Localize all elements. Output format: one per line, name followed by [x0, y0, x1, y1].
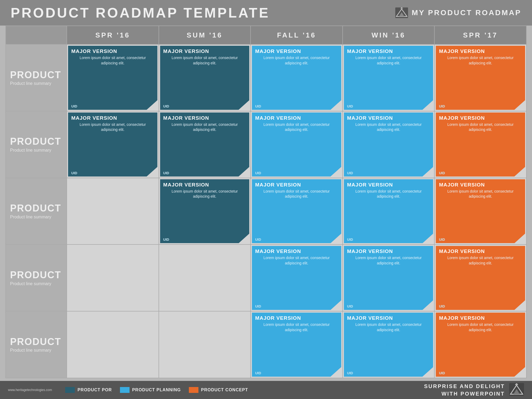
- cell-2-0: [67, 178, 159, 245]
- cell-0-3: MAJOR VERSIONLorem ipsum dolor sit amet,…: [343, 44, 435, 111]
- cell-1-4: MAJOR VERSIONLorem ipsum dolor sit amet,…: [434, 111, 526, 178]
- card-uid-0-2: UID: [255, 104, 261, 108]
- card-uid-4-4: UID: [439, 371, 445, 375]
- row-sublabel-3: Product line summary: [10, 281, 62, 286]
- version-card-1-3: MAJOR VERSIONLorem ipsum dolor sit amet,…: [344, 113, 433, 177]
- brand-icon: [395, 7, 408, 18]
- version-card-2-3: MAJOR VERSIONLorem ipsum dolor sit amet,…: [344, 179, 433, 243]
- col-header-4: SPR '17: [434, 26, 526, 44]
- card-title-1-2: MAJOR VERSION: [255, 115, 338, 121]
- row-label-2: PRODUCTProduct line summary: [6, 178, 67, 245]
- version-card-0-3: MAJOR VERSIONLorem ipsum dolor sit amet,…: [344, 46, 433, 110]
- row-title-0: PRODUCT: [10, 70, 62, 80]
- col-header-1: SUM '16: [159, 26, 251, 44]
- cell-4-0: [67, 311, 159, 378]
- footer-website: www.heritagetechnologies.com: [8, 388, 52, 392]
- version-card-1-4: MAJOR VERSIONLorem ipsum dolor sit amet,…: [436, 113, 525, 177]
- card-title-4-2: MAJOR VERSION: [255, 315, 338, 321]
- card-uid-0-4: UID: [439, 104, 445, 108]
- footer-tagline: SURPRISE AND DELIGHT WITH POWERPOINT: [424, 383, 505, 397]
- legend-box-0: [65, 387, 75, 393]
- legend-label-0: PRODUCT POR: [77, 388, 112, 392]
- cell-4-4: MAJOR VERSIONLorem ipsum dolor sit amet,…: [434, 311, 526, 378]
- legend-label-2: PRODUCT CONCEPT: [201, 388, 248, 392]
- cell-0-4: MAJOR VERSIONLorem ipsum dolor sit amet,…: [434, 44, 526, 111]
- card-body-1-4: Lorem ipsum dolor sit amet, consectetur …: [439, 122, 522, 170]
- card-body-2-3: Lorem ipsum dolor sit amet, consectetur …: [347, 189, 430, 237]
- row-label-3: PRODUCTProduct line summary: [6, 244, 67, 311]
- version-card-2-4: MAJOR VERSIONLorem ipsum dolor sit amet,…: [436, 179, 525, 243]
- row-label-1: PRODUCTProduct line summary: [6, 111, 67, 178]
- card-title-2-2: MAJOR VERSION: [255, 182, 338, 188]
- card-body-1-3: Lorem ipsum dolor sit amet, consectetur …: [347, 122, 430, 170]
- card-title-2-4: MAJOR VERSION: [439, 182, 522, 188]
- card-title-1-0: MAJOR VERSION: [71, 115, 154, 121]
- cell-1-2: MAJOR VERSIONLorem ipsum dolor sit amet,…: [251, 111, 343, 178]
- version-card-1-2: MAJOR VERSIONLorem ipsum dolor sit amet,…: [252, 113, 341, 177]
- card-body-1-0: Lorem ipsum dolor sit amet, consectetur …: [71, 122, 154, 170]
- card-title-0-2: MAJOR VERSION: [255, 48, 338, 54]
- cell-3-3: MAJOR VERSIONLorem ipsum dolor sit amet,…: [343, 244, 435, 311]
- card-title-0-1: MAJOR VERSION: [163, 48, 246, 54]
- card-uid-1-1: UID: [163, 171, 169, 175]
- version-card-4-4: MAJOR VERSIONLorem ipsum dolor sit amet,…: [436, 313, 525, 377]
- cell-1-3: MAJOR VERSIONLorem ipsum dolor sit amet,…: [343, 111, 435, 178]
- card-title-1-3: MAJOR VERSION: [347, 115, 430, 121]
- card-uid-0-3: UID: [347, 104, 353, 108]
- cell-2-3: MAJOR VERSIONLorem ipsum dolor sit amet,…: [343, 178, 435, 245]
- row-label-0: PRODUCTProduct line summary: [6, 44, 67, 111]
- col-header-0: SPR '16: [67, 26, 159, 44]
- card-title-3-2: MAJOR VERSION: [255, 248, 338, 254]
- row-sublabel-4: Product line summary: [10, 348, 62, 353]
- card-title-0-0: MAJOR VERSION: [71, 48, 154, 54]
- cell-4-3: MAJOR VERSIONLorem ipsum dolor sit amet,…: [343, 311, 435, 378]
- row-title-2: PRODUCT: [10, 203, 62, 214]
- card-uid-3-3: UID: [347, 304, 353, 308]
- cell-2-2: MAJOR VERSIONLorem ipsum dolor sit amet,…: [251, 178, 343, 245]
- card-uid-0-1: UID: [163, 104, 169, 108]
- footer-brand-icon: [509, 383, 524, 397]
- row-sublabel-0: Product line summary: [10, 81, 62, 86]
- cell-3-2: MAJOR VERSIONLorem ipsum dolor sit amet,…: [251, 244, 343, 311]
- row-title-1: PRODUCT: [10, 136, 62, 147]
- legend-box-1: [120, 387, 130, 393]
- version-card-0-2: MAJOR VERSIONLorem ipsum dolor sit amet,…: [252, 46, 341, 110]
- card-uid-1-3: UID: [347, 171, 353, 175]
- card-title-3-4: MAJOR VERSION: [439, 248, 522, 254]
- version-card-4-3: MAJOR VERSIONLorem ipsum dolor sit amet,…: [344, 313, 433, 377]
- card-body-0-0: Lorem ipsum dolor sit amet, consectetur …: [71, 55, 154, 103]
- card-body-4-4: Lorem ipsum dolor sit amet, consectetur …: [439, 322, 522, 370]
- cell-4-1: [159, 311, 251, 378]
- card-uid-2-1: UID: [163, 238, 169, 242]
- roadmap-table: SPR '16SUM '16FALL '16WIN '16SPR '17PROD…: [5, 26, 527, 378]
- legend-label-1: PRODUCT PLANNING: [132, 388, 181, 392]
- card-title-3-3: MAJOR VERSION: [347, 248, 430, 254]
- cell-3-0: [67, 244, 159, 311]
- card-body-0-4: Lorem ipsum dolor sit amet, consectetur …: [439, 55, 522, 103]
- row-sublabel-1: Product line summary: [10, 148, 62, 153]
- main-content: SPR '16SUM '16FALL '16WIN '16SPR '17PROD…: [0, 26, 532, 381]
- card-body-4-2: Lorem ipsum dolor sit amet, consectetur …: [255, 322, 338, 370]
- card-uid-4-2: UID: [255, 371, 261, 375]
- card-uid-0-0: UID: [71, 104, 77, 108]
- legend: www.heritagetechnologies.comPRODUCT PORP…: [8, 387, 248, 393]
- card-title-0-3: MAJOR VERSION: [347, 48, 430, 54]
- cell-0-1: MAJOR VERSIONLorem ipsum dolor sit amet,…: [159, 44, 251, 111]
- card-uid-2-2: UID: [255, 238, 261, 242]
- version-card-3-4: MAJOR VERSIONLorem ipsum dolor sit amet,…: [436, 246, 525, 310]
- card-uid-4-3: UID: [347, 371, 353, 375]
- header-brand: MY PRODUCT ROADMAP: [395, 7, 521, 18]
- card-body-1-1: Lorem ipsum dolor sit amet, consectetur …: [163, 122, 246, 170]
- card-body-4-3: Lorem ipsum dolor sit amet, consectetur …: [347, 322, 430, 370]
- card-title-0-4: MAJOR VERSION: [439, 48, 522, 54]
- cell-0-2: MAJOR VERSIONLorem ipsum dolor sit amet,…: [251, 44, 343, 111]
- cell-2-4: MAJOR VERSIONLorem ipsum dolor sit amet,…: [434, 178, 526, 245]
- header-title: PRODUCT ROADMAP TEMPLATE: [11, 5, 270, 21]
- row-sublabel-2: Product line summary: [10, 215, 62, 219]
- legend-item-0: PRODUCT POR: [65, 387, 112, 393]
- card-title-4-4: MAJOR VERSION: [439, 315, 522, 321]
- card-uid-1-4: UID: [439, 171, 445, 175]
- page-wrapper: PRODUCT ROADMAP TEMPLATE MY PRODUCT ROAD…: [0, 0, 532, 399]
- cell-2-1: MAJOR VERSIONLorem ipsum dolor sit amet,…: [159, 178, 251, 245]
- version-card-4-2: MAJOR VERSIONLorem ipsum dolor sit amet,…: [252, 313, 341, 377]
